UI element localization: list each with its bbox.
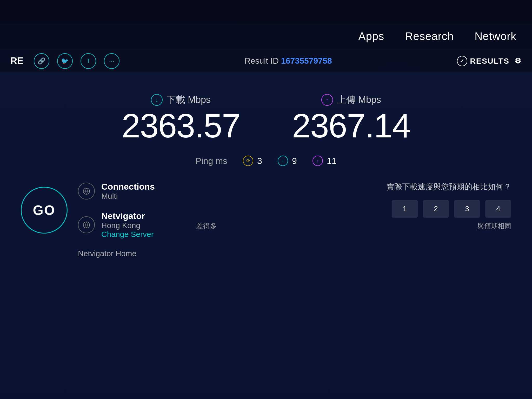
netvigator-item: Netvigator Hong Kong Change Server bbox=[78, 211, 155, 239]
download-icon: ↓ bbox=[151, 94, 163, 106]
share-bar: RE 🔗 🐦 f ··· Result ID 16735579758 ✓ RES… bbox=[0, 49, 532, 73]
rating-label-left: 差得多 bbox=[196, 222, 217, 231]
jitter-value: 3 bbox=[257, 156, 262, 166]
netvigator-title: Netvigator bbox=[101, 211, 154, 221]
upload-block: ↑ 上傳 Mbps 2367.14 bbox=[292, 94, 410, 143]
download-label: ↓ 下載 Mbps bbox=[122, 94, 240, 106]
rating-labels: 差得多 與預期相同 bbox=[196, 222, 511, 231]
ping-row: Ping ms ⟳ 3 ↓ 9 ↑ 11 bbox=[21, 156, 511, 166]
connections-item: Connections Multi bbox=[78, 182, 155, 201]
share-label: RE bbox=[10, 56, 23, 66]
go-label: GO bbox=[33, 202, 56, 218]
rating-btn-2[interactable]: 2 bbox=[423, 200, 449, 218]
download-ping-value: 9 bbox=[292, 156, 297, 166]
download-block: ↓ 下載 Mbps 2363.57 bbox=[122, 94, 240, 143]
netvigator-icon bbox=[78, 216, 95, 233]
settings-icon[interactable]: ⚙ bbox=[515, 57, 522, 65]
connections-panel: Connections Multi Netvigator bbox=[78, 182, 155, 258]
nav-apps[interactable]: Apps bbox=[358, 30, 384, 43]
upload-label: ↑ 上傳 Mbps bbox=[292, 94, 410, 106]
nav-bar: Apps Research Network bbox=[0, 23, 532, 49]
connections-icon bbox=[78, 183, 95, 200]
nav-research[interactable]: Research bbox=[405, 30, 454, 43]
netvigator-home-item: Netvigator Home bbox=[78, 249, 155, 258]
rating-btn-4[interactable]: 4 bbox=[485, 200, 511, 218]
change-server-link[interactable]: Change Server bbox=[101, 230, 154, 239]
facebook-icon[interactable]: f bbox=[81, 53, 96, 69]
rating-label-right: 與預期相同 bbox=[477, 222, 511, 231]
result-id-label: Result ID bbox=[244, 56, 279, 65]
rating-btn-1[interactable]: 1 bbox=[392, 200, 418, 218]
netvigator-info: Netvigator Hong Kong Change Server bbox=[101, 211, 154, 239]
jitter-icon: ⟳ bbox=[243, 156, 253, 166]
speed-row: ↓ 下載 Mbps 2363.57 ↑ 上傳 Mbps 2367.14 bbox=[21, 94, 511, 143]
top-bar bbox=[0, 0, 532, 23]
upload-ping-block: ↑ 11 bbox=[312, 156, 337, 166]
more-icon[interactable]: ··· bbox=[104, 53, 119, 69]
main-content: ↓ 下載 Mbps 2363.57 ↑ 上傳 Mbps 2367.14 Ping… bbox=[0, 73, 532, 399]
rating-btn-3[interactable]: 3 bbox=[454, 200, 480, 218]
results-check-icon: ✓ bbox=[457, 56, 467, 66]
result-id-section: Result ID 16735579758 bbox=[127, 56, 449, 66]
twitter-icon[interactable]: 🐦 bbox=[57, 53, 73, 69]
upload-ping-icon: ↑ bbox=[312, 156, 323, 166]
upload-icon: ↑ bbox=[321, 94, 333, 106]
download-ping-icon: ↓ bbox=[278, 156, 288, 166]
results-button[interactable]: ✓ RESULTS ⚙ bbox=[457, 56, 522, 66]
connections-value: Multi bbox=[101, 192, 155, 201]
upload-ping-value: 11 bbox=[327, 156, 337, 166]
go-button[interactable]: GO bbox=[21, 187, 68, 234]
left-panel: GO Connections Multi bbox=[21, 182, 155, 258]
download-value: 2363.57 bbox=[122, 109, 240, 143]
netvigator-location: Hong Kong bbox=[101, 221, 154, 230]
ping-block: Ping ms bbox=[195, 156, 227, 166]
rating-buttons: 1 2 3 4 bbox=[196, 200, 511, 218]
netvigator-home-info: Netvigator Home bbox=[78, 249, 136, 258]
rating-question: 實際下載速度與您預期的相比如何？ bbox=[196, 182, 511, 192]
result-id-value[interactable]: 16735579758 bbox=[281, 56, 332, 65]
ping-label: Ping ms bbox=[195, 156, 227, 166]
bottom-section: GO Connections Multi bbox=[21, 182, 511, 258]
nav-network[interactable]: Network bbox=[475, 30, 516, 43]
netvigator-home-label: Netvigator Home bbox=[78, 249, 136, 258]
connections-info: Connections Multi bbox=[101, 182, 155, 201]
share-link-icon[interactable]: 🔗 bbox=[34, 53, 49, 69]
jitter-block: ⟳ 3 bbox=[243, 156, 262, 166]
rating-section: 實際下載速度與您預期的相比如何？ 1 2 3 4 差得多 與預期相同 bbox=[196, 182, 511, 258]
upload-value: 2367.14 bbox=[292, 109, 410, 143]
download-ping-block: ↓ 9 bbox=[278, 156, 297, 166]
connections-title: Connections bbox=[101, 182, 155, 192]
results-label: RESULTS bbox=[470, 57, 509, 65]
